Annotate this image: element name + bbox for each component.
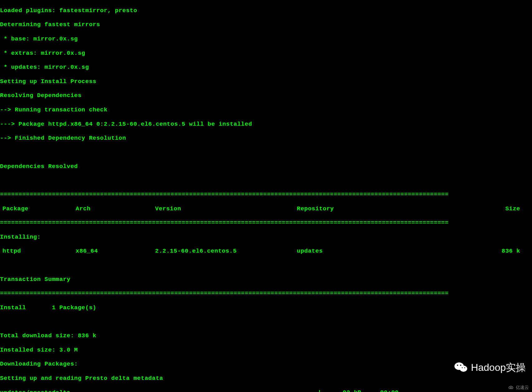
download-prestodelta: updates/prestodelta|92 kB00:00 (0, 389, 532, 392)
header-repository: Repository (297, 205, 378, 212)
watermark-secondary: 亿速云 (508, 385, 529, 390)
table-header: PackageArchVersionRepositorySize (0, 205, 532, 212)
total-download-size: Total download size: 836 k (0, 332, 532, 339)
header-size: Size (378, 205, 530, 212)
line-updates-mirror: * updates: mirror.0x.sg (0, 64, 532, 71)
cell-package: httpd (2, 248, 76, 255)
svg-point-4 (462, 367, 463, 368)
blank-line (0, 149, 532, 156)
watermark-secondary-text: 亿速云 (516, 385, 529, 390)
downloading-packages: Downloading Packages: (0, 361, 532, 368)
transaction-summary: Transaction Summary (0, 276, 532, 283)
svg-point-5 (464, 367, 465, 368)
line-running-check: --> Running transaction check (0, 106, 532, 114)
download-size: 92 kB (327, 389, 361, 392)
cell-arch: x86_64 (76, 248, 155, 255)
svg-point-3 (460, 365, 461, 366)
blank-line (0, 177, 532, 184)
table-row: httpdx86_642.2.15-60.el6.centos.5updates… (0, 248, 532, 255)
svg-point-6 (511, 387, 511, 388)
cell-repository: updates (297, 248, 378, 255)
line-loaded-plugins: Loaded plugins: fastestmirror, presto (0, 7, 532, 14)
cell-size: 836 k (378, 248, 530, 255)
watermark-main: Hadoop实操 (454, 360, 526, 375)
header-package: Package (2, 205, 76, 212)
header-arch: Arch (76, 205, 155, 212)
line-finished: --> Finished Dependency Resolution (0, 135, 532, 142)
wechat-icon (454, 360, 468, 375)
watermark-text: Hadoop实操 (471, 362, 526, 373)
terminal-output: Loaded plugins: fastestmirror, presto De… (0, 0, 532, 392)
download-separator: | (318, 389, 327, 392)
svg-point-1 (460, 366, 467, 372)
line-determining: Determining fastest mirrors (0, 21, 532, 28)
cell-version: 2.2.15-60.el6.centos.5 (155, 248, 297, 255)
download-time: 00:00 (371, 389, 399, 392)
download-label: updates/prestodelta (0, 389, 318, 392)
install-count: Install 1 Package(s) (0, 304, 532, 311)
line-package-install: ---> Package httpd.x86_64 0:2.2.15-60.el… (0, 121, 532, 128)
header-version: Version (155, 205, 297, 212)
line-setting-up: Setting up Install Process (0, 78, 532, 85)
svg-point-2 (457, 365, 458, 366)
divider-line: ========================================… (0, 191, 532, 198)
line-deps-resolved: Dependencies Resolved (0, 163, 532, 170)
blank-line (0, 262, 532, 269)
blank-line (0, 318, 532, 325)
divider-line: ========================================… (0, 219, 532, 226)
installing-header: Installing: (0, 234, 532, 241)
installed-size: Installed size: 3.0 M (0, 347, 532, 354)
cloud-icon (508, 385, 515, 390)
line-base-mirror: * base: mirror.0x.sg (0, 35, 532, 43)
presto-metadata: Setting up and reading Presto delta meta… (0, 375, 532, 382)
line-extras-mirror: * extras: mirror.0x.sg (0, 50, 532, 57)
divider-line: ========================================… (0, 290, 532, 297)
line-resolving: Resolving Dependencies (0, 92, 532, 99)
